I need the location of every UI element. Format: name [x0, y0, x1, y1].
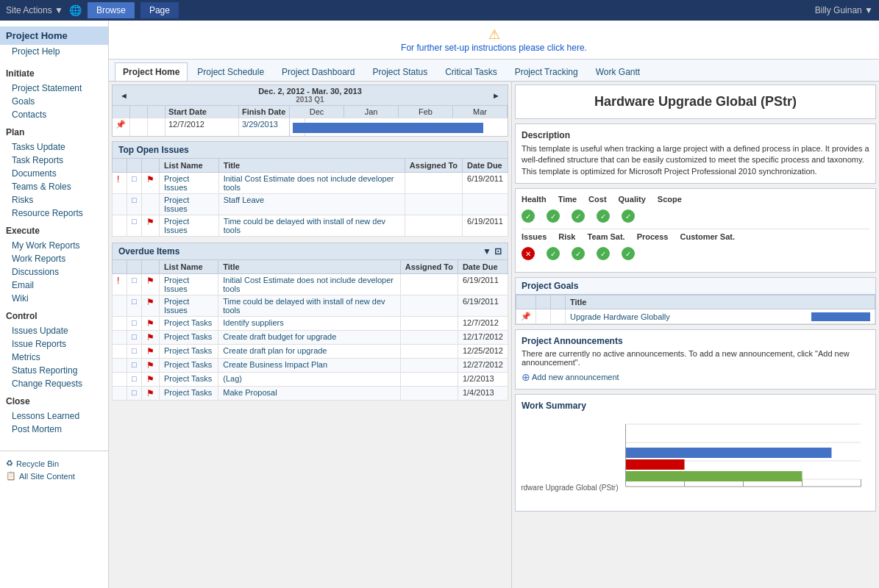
- checkbox-cell[interactable]: □: [127, 387, 142, 401]
- title-cell[interactable]: Initial Cost Estimate does not include d…: [218, 274, 400, 295]
- sidebar-item-risks[interactable]: Risks: [0, 193, 108, 207]
- assigned-to-cell: [400, 274, 458, 295]
- sidebar-item-contacts[interactable]: Contacts: [0, 108, 108, 121]
- col-assigned-to: Assigned To: [405, 159, 462, 173]
- sidebar-item-all-site-content[interactable]: 📋 All Site Content: [6, 470, 102, 482]
- checkbox-cell[interactable]: □: [127, 194, 142, 215]
- title-cell[interactable]: Initial Cost Estimate does not include d…: [218, 173, 405, 194]
- list-name-cell[interactable]: Project Tasks: [160, 387, 218, 401]
- checkbox-cell[interactable]: □: [127, 331, 142, 345]
- sidebar-item-goals[interactable]: Goals: [0, 95, 108, 108]
- gantt-next-btn[interactable]: ►: [488, 91, 505, 100]
- site-actions-button[interactable]: Site Actions ▼: [6, 5, 63, 15]
- gantt-col-start-date: Start Date: [166, 106, 239, 118]
- left-col: ◄ Dec. 2, 2012 - Mar. 30, 2013 2013 Q1 ►: [109, 82, 511, 588]
- sidebar-item-documents[interactable]: Documents: [0, 167, 108, 180]
- goals-title-link[interactable]: Upgrade Hardware Globally: [570, 312, 670, 321]
- flag-cell: ⚑: [142, 387, 160, 401]
- tab-project-schedule[interactable]: Project Schedule: [189, 62, 272, 81]
- tab-project-tracking[interactable]: Project Tracking: [507, 62, 586, 81]
- checkbox-cell[interactable]: □: [127, 317, 142, 331]
- title-cell[interactable]: Create draft plan for upgrade: [218, 345, 400, 359]
- sidebar-item-teams-roles[interactable]: Teams & Roles: [0, 180, 108, 193]
- sidebar-item-email[interactable]: Email: [0, 279, 108, 292]
- list-name-cell[interactable]: Project Issues: [160, 295, 218, 317]
- user-info[interactable]: Billy Guinan ▼: [815, 5, 873, 15]
- title-cell[interactable]: Staff Leave: [218, 194, 405, 215]
- checkbox-cell[interactable]: □: [127, 173, 142, 194]
- checkbox-cell[interactable]: □: [127, 345, 142, 359]
- checkbox-cell[interactable]: □: [127, 359, 142, 373]
- title-cell[interactable]: Make Proposal: [218, 387, 400, 401]
- sidebar-item-change-requests[interactable]: Change Requests: [0, 377, 108, 390]
- sidebar-item-discussions[interactable]: Discussions: [0, 265, 108, 279]
- browse-tab[interactable]: Browse: [88, 2, 135, 18]
- sidebar-item-task-reports[interactable]: Task Reports: [0, 154, 108, 167]
- assigned-to-cell: [400, 359, 458, 373]
- assigned-to-cell: [400, 295, 458, 317]
- list-name-cell[interactable]: Project Tasks: [160, 317, 218, 331]
- sidebar-item-recycle-bin[interactable]: ♻ Recycle Bin: [6, 457, 102, 470]
- title-cell[interactable]: Time could be delayed with install of ne…: [218, 295, 400, 317]
- tab-project-status[interactable]: Project Status: [364, 62, 435, 81]
- title-cell[interactable]: Create Business Impact Plan: [218, 359, 400, 373]
- priority-cell: [113, 317, 127, 331]
- sidebar-item-wiki[interactable]: Wiki: [0, 292, 108, 305]
- title-cell[interactable]: Create draft budget for upgrade: [218, 331, 400, 345]
- tab-project-dashboard[interactable]: Project Dashboard: [274, 62, 363, 81]
- tab-project-home[interactable]: Project Home: [115, 62, 188, 81]
- overdue-expand-icon[interactable]: ⊡: [494, 246, 502, 257]
- title-cell[interactable]: Time could be delayed with install of ne…: [218, 215, 405, 237]
- sidebar-item-post-mortem[interactable]: Post Mortem: [0, 423, 108, 436]
- assigned-to-cell: [400, 345, 458, 359]
- checkbox-cell[interactable]: □: [127, 215, 142, 237]
- sidebar-item-project-help[interactable]: Project Help: [0, 45, 108, 58]
- tab-work-gantt[interactable]: Work Gantt: [588, 62, 648, 81]
- col-date-due: Date Due: [463, 159, 508, 173]
- checkbox-cell[interactable]: □: [127, 295, 142, 317]
- sidebar-item-metrics[interactable]: Metrics: [0, 351, 108, 364]
- sidebar-item-resource-reports[interactable]: Resource Reports: [0, 207, 108, 220]
- checkbox-cell[interactable]: □: [127, 274, 142, 295]
- sidebar-section-control: Control: [0, 305, 108, 324]
- list-name-cell[interactable]: Project Tasks: [160, 345, 218, 359]
- gantt-prev-btn[interactable]: ◄: [115, 91, 132, 100]
- metrics-row-2: Issues Risk Team Sat. Process Customer S: [522, 232, 869, 241]
- gantt-data-row: 📌 12/7/2012 3/29/2013: [113, 118, 290, 136]
- sidebar-item-tasks-update[interactable]: Tasks Update: [0, 140, 108, 154]
- goals-table: Title 📌 Upgrade Hardware Globally: [516, 295, 875, 324]
- sidebar-item-project-statement[interactable]: Project Statement: [0, 82, 108, 95]
- list-name-cell[interactable]: Project Issues: [160, 173, 219, 194]
- metric-time-label: Time: [558, 195, 577, 204]
- date-due-cell: 6/19/2011: [463, 173, 508, 194]
- setup-instructions-link[interactable]: For further set-up instructions please c…: [401, 43, 587, 53]
- checkbox-cell[interactable]: □: [127, 373, 142, 387]
- page-tab[interactable]: Page: [140, 2, 179, 18]
- list-name-cell[interactable]: Project Issues: [160, 215, 219, 237]
- project-goals-header: Project Goals: [516, 278, 875, 295]
- tab-critical-tasks[interactable]: Critical Tasks: [437, 62, 505, 81]
- list-name-cell[interactable]: Project Tasks: [160, 359, 218, 373]
- list-name-cell[interactable]: Project Tasks: [160, 373, 218, 387]
- title-cell[interactable]: Identify suppliers: [218, 317, 400, 331]
- sidebar-item-lessons-learned[interactable]: Lessons Learned: [0, 409, 108, 423]
- list-name-cell[interactable]: Project Issues: [160, 194, 219, 215]
- work-summary-title: Work Summary: [522, 401, 869, 411]
- list-name-cell[interactable]: Project Tasks: [160, 331, 218, 345]
- add-announcement-link[interactable]: ⊕ Add new announcement: [522, 371, 869, 383]
- overdue-dropdown-icon[interactable]: ▼: [483, 246, 491, 257]
- sidebar-item-issues-update[interactable]: Issues Update: [0, 324, 108, 337]
- flag-icon: ⚑: [146, 297, 154, 307]
- goals-checkbox-cell[interactable]: [536, 309, 551, 324]
- metric-customer-sat-label: Customer Sat.: [680, 232, 735, 241]
- list-name-cell[interactable]: Project Issues: [160, 274, 218, 295]
- sidebar-item-work-reports[interactable]: Work Reports: [0, 252, 108, 265]
- flag-cell: ⚑: [142, 345, 160, 359]
- sidebar-section-execute: Execute: [0, 220, 108, 239]
- sidebar-item-my-work-reports[interactable]: My Work Reports: [0, 239, 108, 252]
- title-cell[interactable]: (Lag): [218, 373, 400, 387]
- sidebar-item-status-reporting[interactable]: Status Reporting: [0, 364, 108, 377]
- sidebar-item-project-home[interactable]: Project Home: [0, 26, 108, 45]
- sidebar-item-issue-reports[interactable]: Issue Reports: [0, 337, 108, 351]
- table-row: □ ⚑ Project Issues Time could be delayed…: [113, 215, 508, 237]
